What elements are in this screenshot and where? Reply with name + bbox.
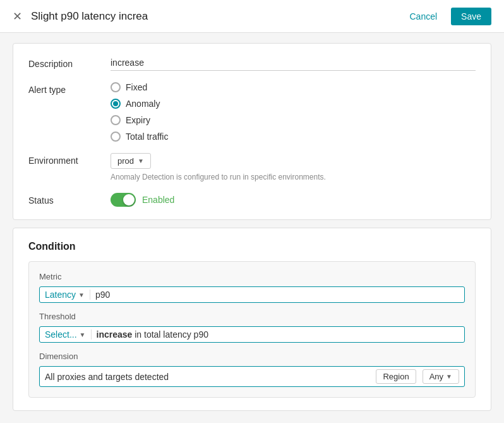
radio-item-anomaly[interactable]: Anomaly <box>111 99 476 109</box>
threshold-dropdown[interactable]: Select... ▼ <box>45 329 92 340</box>
status-row: Status Enabled <box>28 193 476 207</box>
radio-expiry[interactable] <box>111 115 121 125</box>
threshold-section-label: Threshold <box>39 312 465 321</box>
metric-value: p90 <box>95 290 110 300</box>
radio-fixed-label: Fixed <box>126 82 147 92</box>
header-right: Cancel Save <box>402 8 491 25</box>
environment-label: Environment <box>28 153 111 166</box>
alert-type-control: Fixed Anomaly Expiry Total traffic <box>111 82 476 142</box>
threshold-chevron-icon: ▼ <box>80 331 86 338</box>
any-chevron-icon: ▼ <box>446 373 452 380</box>
metric-dropdown[interactable]: Latency ▼ <box>45 290 90 300</box>
radio-total-traffic-label: Total traffic <box>126 132 168 142</box>
dimension-section-label: Dimension <box>39 352 465 361</box>
radio-item-expiry[interactable]: Expiry <box>111 115 476 125</box>
status-toggle[interactable] <box>111 193 136 207</box>
cancel-button[interactable]: Cancel <box>402 8 445 25</box>
environment-row: Environment prod ▼ Anomaly Detection is … <box>28 153 476 181</box>
main-card: Description Alert type Fixed Anomaly <box>13 43 491 220</box>
status-toggle-row: Enabled <box>111 193 476 207</box>
alert-type-row: Alert type Fixed Anomaly Expiry <box>28 82 476 142</box>
threshold-box: Select... ▼ increase in total latency p9… <box>39 326 465 343</box>
status-control: Enabled <box>111 193 476 207</box>
threshold-dropdown-label: Select... <box>45 329 77 340</box>
chevron-down-icon: ▼ <box>138 157 144 164</box>
metric-box: Latency ▼ p90 <box>39 286 465 303</box>
status-text: Enabled <box>142 195 174 205</box>
radio-anomaly-label: Anomaly <box>126 99 160 109</box>
condition-card: Condition Metric Latency ▼ p90 Threshold… <box>13 228 491 411</box>
threshold-keyword: increase <box>97 329 133 340</box>
radio-fixed[interactable] <box>111 82 121 92</box>
condition-title: Condition <box>28 241 476 252</box>
dimension-box: All proxies and targets detected Region … <box>39 366 465 387</box>
threshold-suffix: in total latency p90 <box>132 329 208 340</box>
region-button[interactable]: Region <box>376 369 416 384</box>
threshold-text: increase in total latency p90 <box>97 329 208 340</box>
description-row: Description <box>28 56 476 71</box>
dimension-text: All proxies and targets detected <box>45 372 369 382</box>
radio-group: Fixed Anomaly Expiry Total traffic <box>111 82 476 142</box>
any-dropdown[interactable]: Any ▼ <box>423 369 459 384</box>
save-button[interactable]: Save <box>451 8 491 25</box>
description-label: Description <box>28 56 111 69</box>
environment-control: prod ▼ Anomaly Detection is configured t… <box>111 153 476 181</box>
header-left: ✕ Slight p90 latency increa <box>13 10 148 23</box>
condition-inner: Metric Latency ▼ p90 Threshold Select...… <box>28 261 476 398</box>
description-input[interactable] <box>111 56 476 71</box>
any-label: Any <box>429 372 443 381</box>
radio-item-fixed[interactable]: Fixed <box>111 82 476 92</box>
radio-item-total-traffic[interactable]: Total traffic <box>111 132 476 142</box>
metric-chevron-icon: ▼ <box>78 291 85 298</box>
close-icon[interactable]: ✕ <box>13 11 22 22</box>
environment-value: prod <box>117 156 134 166</box>
toggle-slider <box>111 193 136 207</box>
description-control <box>111 56 476 71</box>
radio-expiry-label: Expiry <box>126 115 150 125</box>
environment-dropdown[interactable]: prod ▼ <box>111 153 151 169</box>
environment-note: Anomaly Detection is configured to run i… <box>111 173 476 181</box>
main-content: Description Alert type Fixed Anomaly <box>0 33 504 421</box>
page-title: Slight p90 latency increa <box>31 10 148 23</box>
radio-anomaly[interactable] <box>111 99 121 109</box>
radio-total-traffic[interactable] <box>111 132 121 142</box>
metric-dropdown-label: Latency <box>45 290 76 300</box>
header: ✕ Slight p90 latency increa Cancel Save <box>0 0 504 33</box>
metric-section-label: Metric <box>39 272 465 281</box>
alert-type-label: Alert type <box>28 82 111 95</box>
status-label: Status <box>28 193 111 205</box>
